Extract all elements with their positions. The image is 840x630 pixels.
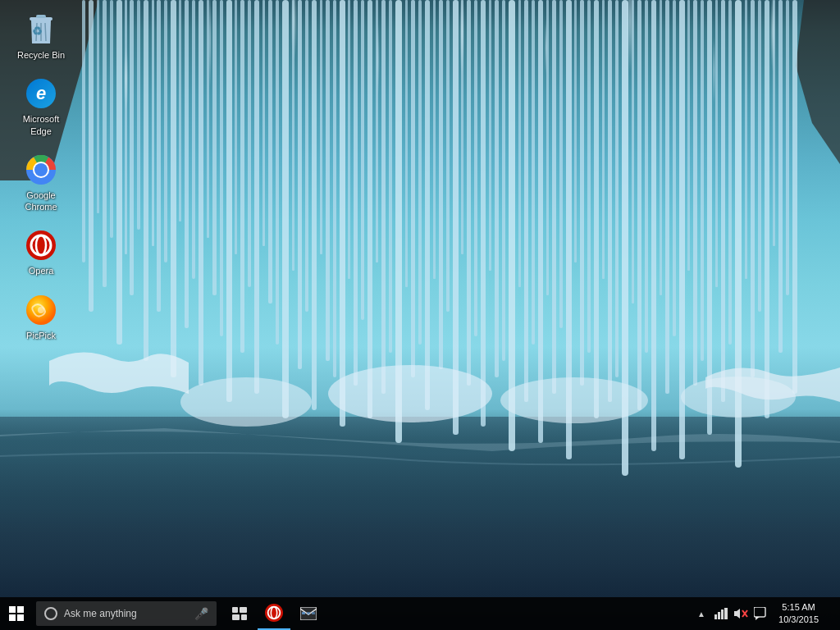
svg-rect-131 [312,612,315,614]
mail-taskbar-button[interactable] [292,597,325,630]
recycle-bin-image: ♻ [25,13,57,46]
svg-rect-135 [724,608,728,619]
taskbar: Ask me anything 🎤 [0,597,840,630]
search-bar[interactable]: Ask me anything 🎤 [36,601,217,626]
microsoft-edge-icon-item[interactable]: e Microsoft Edge [8,72,74,142]
microphone-icon[interactable]: 🎤 [194,607,208,620]
edge-image: e [25,77,57,110]
network-bars-icon [714,608,728,619]
clock-time: 5:15 AM [782,601,815,614]
recycle-bin-icon-item[interactable]: ♻ Recycle Bin [8,8,74,66]
search-text: Ask me anything [64,608,189,619]
svg-rect-121 [232,607,238,613]
win-tile-3 [9,614,16,621]
svg-rect-134 [721,609,724,619]
svg-rect-129 [302,612,305,614]
svg-rect-138 [754,607,765,617]
desktop: ♻ Recycle Bin e Microsoft Edge [0,0,840,630]
svg-line-111 [45,23,46,41]
show-desktop-button[interactable] [829,597,835,630]
opera-image [25,229,57,262]
volume-icon[interactable] [733,601,749,626]
chrome-label: Google Chrome [11,189,71,213]
svg-rect-123 [232,614,240,620]
chrome-image [25,153,57,186]
speech-bubble-icon [754,607,767,620]
svg-point-115 [34,163,48,176]
task-view-button[interactable] [223,597,256,630]
edge-label: Microsoft Edge [11,113,71,137]
picpick-icon-item[interactable]: PicPick [8,289,74,346]
notification-icon[interactable] [752,601,769,626]
svg-rect-130 [307,612,310,614]
win-tile-1 [9,606,16,613]
desktop-icons: ♻ Recycle Bin e Microsoft Edge [8,8,74,346]
clock-date: 10/3/2015 [778,614,819,626]
taskbar-middle [223,597,693,630]
picpick-image [25,294,57,326]
svg-rect-124 [241,614,247,620]
task-view-icon [232,607,247,620]
svg-point-120 [38,307,44,313]
volume-muted-icon [733,608,748,619]
opera-taskbar-button[interactable] [258,597,290,630]
tray-chevron[interactable]: ▲ [693,601,710,626]
windows-logo [9,606,24,621]
water-reflection [0,417,840,597]
google-chrome-icon-item[interactable]: Google Chrome [8,148,74,218]
edge-icon-shape: e [26,79,56,108]
svg-rect-122 [240,607,247,613]
win-tile-4 [17,614,24,621]
opera-icon-item[interactable]: Opera [8,224,74,281]
opera-taskbar-icon [265,604,283,622]
opera-label: Opera [29,265,54,276]
recycle-bin-label: Recycle Bin [17,49,65,61]
clock[interactable]: 5:15 AM 10/3/2015 [772,597,825,630]
svg-text:♻: ♻ [32,25,43,38]
taskbar-right: ▲ [693,597,840,630]
start-button[interactable] [0,597,33,630]
win-tile-2 [17,606,24,613]
search-circle-icon [44,607,57,620]
svg-rect-108 [36,15,46,18]
mail-taskbar-icon [300,607,317,620]
network-icon[interactable] [713,601,729,626]
picpick-label: PicPick [26,330,56,341]
svg-rect-132 [714,614,717,619]
svg-rect-133 [718,612,720,619]
